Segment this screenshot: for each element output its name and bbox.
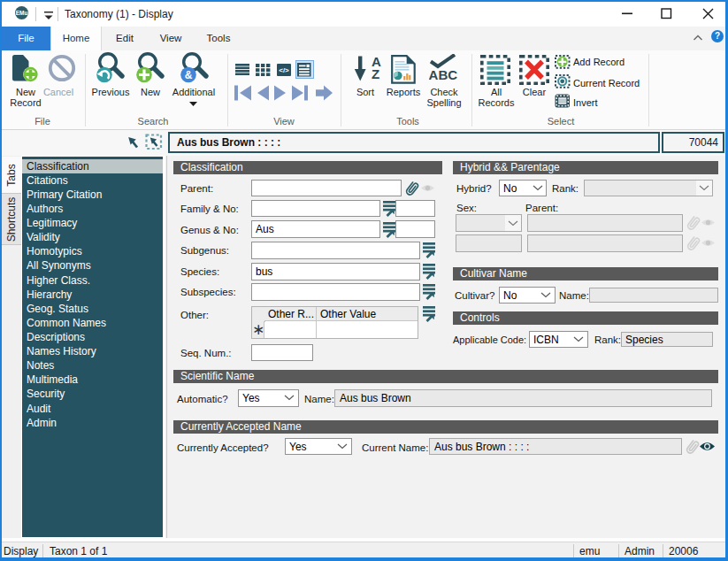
svg-text:&: & [185, 69, 193, 81]
svg-text:Z: Z [372, 66, 379, 81]
svg-text:ABC: ABC [429, 67, 457, 82]
svg-text:</>: </> [279, 66, 289, 74]
